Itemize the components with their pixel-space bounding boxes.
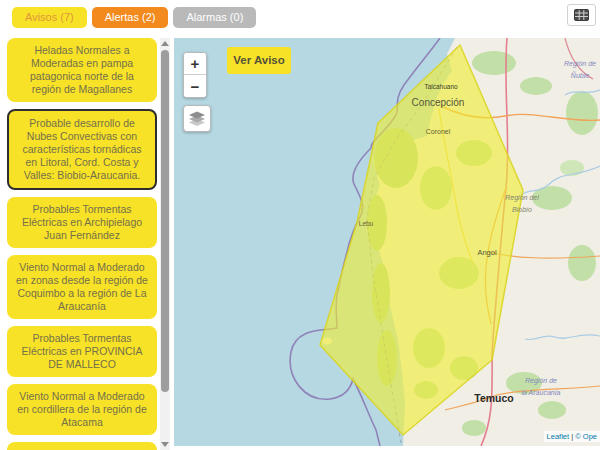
- city-label-lebu: Lebu: [359, 220, 374, 227]
- alert-list: Heladas Normales a Moderadas en pampa pa…: [5, 38, 159, 450]
- alert-type-tabs: Avisos (7) Alertas (2) Alarmas (0): [12, 7, 256, 28]
- tab-alarmas[interactable]: Alarmas (0): [173, 7, 256, 28]
- alert-list-item[interactable]: Viento Normal a Moderado en: [7, 442, 157, 450]
- city-label-talcahuano: Talcahuano: [424, 83, 458, 90]
- bottom-margin: [174, 446, 600, 450]
- city-label-concepcion: Concepción: [412, 97, 465, 108]
- city-label-coronel: Coronel: [426, 128, 451, 135]
- leaflet-link[interactable]: Leaflet: [547, 432, 570, 441]
- region-label-nuble-1: Región de: [564, 60, 596, 68]
- zoom-in-button[interactable]: +: [184, 53, 206, 75]
- city-label-angol: Angol: [477, 248, 497, 257]
- basemap-tiles: Talcahuano Concepción Coronel Lebu Angol…: [174, 38, 600, 446]
- weather-alert-app: Avisos (7) Alertas (2) Alarmas (0) Helad…: [0, 0, 600, 450]
- region-label-araucania-1: Región de: [525, 377, 557, 385]
- alert-list-item[interactable]: Viento Normal a Moderado en zonas desde …: [7, 255, 157, 319]
- region-label-araucania-2: la Araucanía: [521, 389, 560, 396]
- map-zoom-control: + −: [183, 52, 207, 98]
- layers-button[interactable]: [183, 105, 211, 132]
- map-attribution: Leaflet | © Ope: [544, 431, 600, 442]
- map-canvas[interactable]: Talcahuano Concepción Coronel Lebu Angol…: [174, 38, 600, 446]
- region-label-biobio-2: Biobío: [512, 206, 532, 213]
- scroll-down-arrow-icon[interactable]: [161, 442, 169, 447]
- region-label-biobio-1: Región del: [505, 194, 539, 202]
- osm-link[interactable]: © Ope: [575, 432, 597, 441]
- alert-list-item[interactable]: Heladas Normales a Moderadas en pampa pa…: [7, 38, 157, 102]
- table-view-button[interactable]: [567, 4, 596, 26]
- tab-avisos[interactable]: Avisos (7): [12, 7, 87, 28]
- tab-alertas[interactable]: Alertas (2): [92, 7, 169, 28]
- alert-list-item[interactable]: Viento Normal a Moderado en cordillera d…: [7, 384, 157, 435]
- scrollbar-thumb[interactable]: [161, 50, 169, 392]
- alert-list-item[interactable]: Probables Tormentas Eléctricas en PROVIN…: [7, 326, 157, 377]
- alert-list-item[interactable]: Probables Tormentas Eléctricas en Archip…: [7, 197, 157, 248]
- table-grid-icon: [574, 9, 589, 21]
- city-label-temuco: Temuco: [474, 392, 513, 404]
- ver-aviso-button[interactable]: Ver Aviso: [227, 47, 291, 74]
- zoom-out-button[interactable]: −: [184, 75, 206, 97]
- scroll-up-arrow-icon[interactable]: [161, 41, 169, 46]
- layers-icon: [188, 111, 206, 126]
- alert-list-item-selected[interactable]: Probable desarrollo de Nubes Convectivas…: [7, 109, 157, 190]
- region-label-nuble-2: Ñuble: [571, 71, 589, 79]
- sidebar-scrollbar[interactable]: [160, 38, 170, 450]
